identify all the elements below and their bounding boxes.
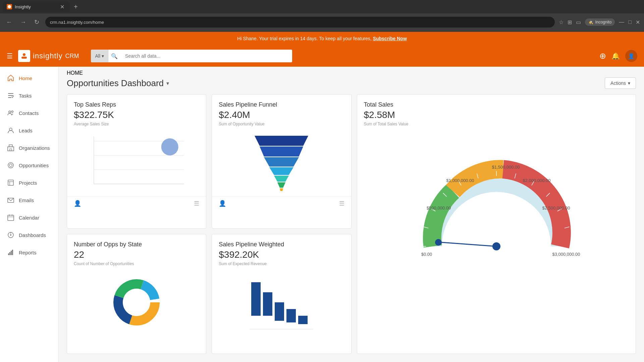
num-opps-header: Number of Opps by State 22 Count of Numb… xyxy=(67,234,206,269)
sidebar-item-reports-label: Reports xyxy=(19,250,37,255)
forward-button[interactable]: → xyxy=(18,17,28,27)
svg-point-55 xyxy=(492,242,500,250)
total-sales-title: Total Sales xyxy=(364,101,629,108)
svg-marker-38 xyxy=(269,167,293,175)
svg-rect-10 xyxy=(9,145,12,147)
notifications-button[interactable]: 🔔 xyxy=(611,52,620,60)
sidebar-item-tasks-label: Tasks xyxy=(19,93,32,99)
back-button[interactable]: ← xyxy=(4,17,14,27)
sales-pipeline-title: Sales Pipeline Funnel xyxy=(219,101,344,108)
opportunities-icon xyxy=(7,161,15,169)
svg-point-6 xyxy=(9,111,11,113)
svg-rect-11 xyxy=(10,149,12,151)
sales-weighted-header: Sales Pipeline Weighted $392.20K Sum of … xyxy=(212,234,351,269)
maximize-button[interactable]: □ xyxy=(628,19,632,25)
svg-rect-73 xyxy=(298,316,308,324)
sales-weighted-value: $392.20K xyxy=(219,249,344,260)
top-sales-title: Top Sales Reps xyxy=(74,101,199,108)
browser-nav-right: ☆ ⊞ ▭ 🕵 Incognito — □ ✕ xyxy=(559,18,640,26)
top-sales-chart xyxy=(74,132,199,193)
sidebar-item-home[interactable]: Home xyxy=(0,69,58,87)
app-body: Home Tasks Contacts Leads Organizations xyxy=(0,67,644,362)
incognito-button[interactable]: 🕵 Incognito xyxy=(585,18,615,26)
search-scope-dropdown[interactable]: All ▾ xyxy=(91,50,108,62)
top-sales-value: $322.75K xyxy=(74,110,199,120)
sidebar-item-tasks[interactable]: Tasks xyxy=(0,87,58,104)
svg-marker-36 xyxy=(260,146,303,157)
search-scope-label: All xyxy=(95,53,100,59)
svg-point-23 xyxy=(10,234,11,236)
svg-marker-39 xyxy=(274,176,289,182)
svg-rect-25 xyxy=(8,253,9,255)
top-sales-person-icon[interactable]: 👤 xyxy=(74,200,81,207)
address-bar[interactable]: crm.na1.insightly.com/home xyxy=(45,17,555,27)
total-sales-value: $2.58M xyxy=(364,110,629,120)
top-sales-body xyxy=(67,129,206,196)
reload-button[interactable]: ↻ xyxy=(32,17,41,27)
sidebar-item-opportunities[interactable]: Opportunities xyxy=(0,157,58,174)
sales-pipeline-list-icon[interactable]: ☰ xyxy=(339,200,344,207)
actions-button[interactable]: Actions ▾ xyxy=(605,77,636,89)
tab-close-button[interactable]: ✕ xyxy=(59,3,66,11)
sidebar: Home Tasks Contacts Leads Organizations xyxy=(0,67,59,362)
sidebar-item-projects[interactable]: Projects xyxy=(0,174,58,191)
page-title: Opportunities Dashboard xyxy=(67,78,164,88)
dashboards-icon xyxy=(7,231,15,239)
svg-text:$1,500,000.00: $1,500,000.00 xyxy=(492,165,520,170)
incognito-label: Incognito xyxy=(595,20,612,24)
sidebar-item-organizations[interactable]: Organizations xyxy=(0,139,58,157)
dashboard-dropdown-button[interactable]: ▾ xyxy=(166,80,169,86)
sidebar-item-projects-label: Projects xyxy=(19,180,37,186)
new-tab-button[interactable]: + xyxy=(71,3,80,11)
svg-rect-71 xyxy=(275,302,284,321)
total-sales-widget: Total Sales $2.58M Sum of Total Sales Va… xyxy=(357,94,636,354)
svg-rect-14 xyxy=(8,180,13,185)
sales-pipeline-person-icon[interactable]: 👤 xyxy=(219,200,226,207)
svg-rect-3 xyxy=(8,93,13,94)
sidebar-item-calendar[interactable]: Calendar xyxy=(0,209,58,226)
reports-icon xyxy=(7,248,15,256)
sidebar-item-organizations-label: Organizations xyxy=(19,145,50,151)
logo-image xyxy=(18,50,30,62)
svg-rect-5 xyxy=(8,97,11,98)
header-right: ⊕ 🔔 👤 xyxy=(599,50,637,62)
svg-rect-28 xyxy=(12,250,13,255)
waterfall-chart xyxy=(248,276,315,333)
sales-weighted-widget: Sales Pipeline Weighted $392.20K Sum of … xyxy=(212,234,351,354)
svg-point-68 xyxy=(125,291,148,314)
sidebar-item-dashboards[interactable]: Dashboards xyxy=(0,226,58,244)
sidebar-item-emails[interactable]: Emails xyxy=(0,191,58,209)
svg-text:$3,000,000.00: $3,000,000.00 xyxy=(552,252,580,257)
sidebar-item-contacts[interactable]: Contacts xyxy=(0,104,58,122)
top-sales-footer: 👤 ☰ xyxy=(67,196,206,210)
sidebar-item-leads[interactable]: Leads xyxy=(0,122,58,139)
bookmark-button[interactable]: ☆ xyxy=(559,19,564,25)
organizations-icon xyxy=(7,144,15,152)
svg-marker-35 xyxy=(255,136,308,146)
subscribe-link[interactable]: Subscribe Now xyxy=(373,36,407,41)
extensions-button[interactable]: ⊞ xyxy=(568,19,572,25)
trial-banner: Hi Shane. Your trial expires in 14 days.… xyxy=(0,32,644,45)
sidebar-item-reports[interactable]: Reports xyxy=(0,244,58,261)
svg-rect-2 xyxy=(21,57,27,59)
sidebar-item-opportunities-label: Opportunities xyxy=(19,163,49,168)
sidebar-toggle-button[interactable]: ▭ xyxy=(576,19,581,25)
logo-crm-text: CRM xyxy=(65,53,79,60)
num-opps-subtitle: Count of Number of Opportunities xyxy=(74,261,199,266)
close-window-button[interactable]: ✕ xyxy=(636,19,640,25)
sidebar-item-contacts-label: Contacts xyxy=(19,110,39,116)
address-text: crm.na1.insightly.com/home xyxy=(50,20,104,25)
num-opps-body xyxy=(67,269,206,336)
user-avatar[interactable]: 👤 xyxy=(625,50,637,62)
hamburger-menu[interactable]: ☰ xyxy=(7,52,13,60)
add-button[interactable]: ⊕ xyxy=(599,51,606,61)
search-input[interactable] xyxy=(120,50,292,62)
num-opps-value: 22 xyxy=(74,249,199,260)
active-tab[interactable]: Insightly ✕ xyxy=(3,1,70,12)
contacts-icon xyxy=(7,109,15,117)
minimize-button[interactable]: — xyxy=(619,19,624,25)
actions-arrow-icon: ▾ xyxy=(628,80,630,86)
top-sales-list-icon[interactable]: ☰ xyxy=(194,200,199,207)
svg-point-1 xyxy=(23,53,25,56)
svg-text:$0.00: $0.00 xyxy=(421,252,432,257)
